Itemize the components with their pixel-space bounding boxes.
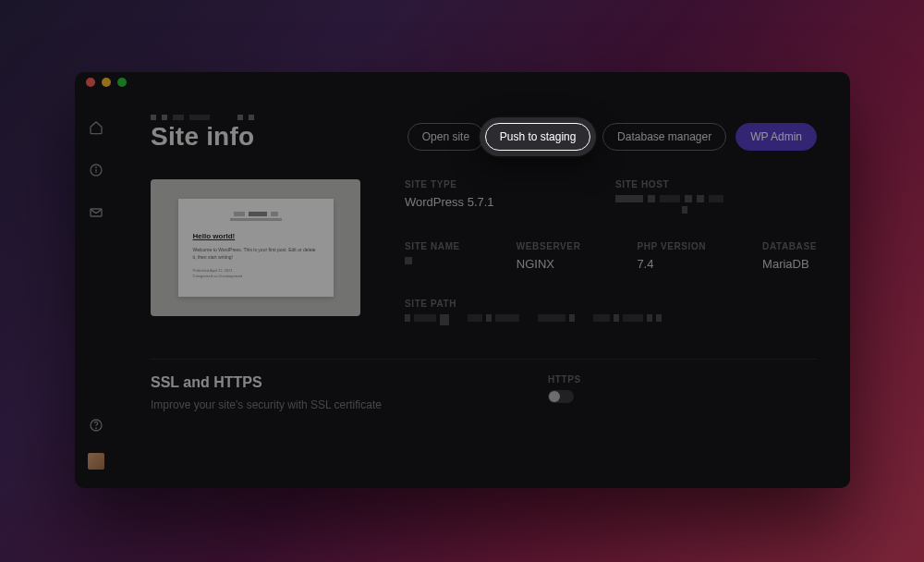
site-host-label: SITE HOST [615, 179, 817, 189]
sidebar-rail [75, 92, 117, 488]
database-manager-button[interactable]: Database manager [602, 123, 726, 151]
webserver-label: WEBSERVER [517, 241, 581, 251]
toggle-knob [549, 391, 560, 402]
php-label: PHP VERSION [637, 241, 706, 251]
php-value: 7.4 [637, 257, 706, 271]
webserver-value: NGINX [517, 257, 581, 271]
database-label: DATABASE [762, 241, 817, 251]
section-divider [151, 359, 817, 360]
breadcrumb [151, 115, 817, 120]
ssl-section-subtitle: Improve your site's security with SSL ce… [151, 398, 382, 411]
open-site-button[interactable]: Open site [407, 123, 484, 151]
site-name-label: SITE NAME [405, 241, 460, 251]
wp-admin-button[interactable]: WP Admin [736, 123, 817, 151]
site-path-value [405, 314, 817, 325]
avatar[interactable] [88, 453, 104, 470]
push-to-staging-button[interactable]: Push to staging [485, 123, 591, 151]
info-icon[interactable] [89, 163, 103, 177]
preview-heading: Hello world! [193, 232, 319, 240]
site-path-label: SITE PATH [405, 299, 817, 309]
site-type-value: WordPress 5.7.1 [405, 195, 590, 209]
ssl-section-title: SSL and HTTPS [151, 374, 382, 391]
window-close-button[interactable] [86, 78, 95, 87]
site-name-value [405, 257, 460, 264]
https-toggle-label: HTTPS [548, 374, 581, 385]
page-title: Site info [151, 122, 254, 152]
https-toggle[interactable] [548, 390, 574, 403]
site-host-value [615, 195, 817, 202]
preview-meta-2: Categorized as Uncategorized [193, 274, 319, 279]
window-maximize-button[interactable] [117, 78, 127, 87]
database-value: MariaDB [762, 257, 817, 271]
app-window: Site info Open site Database manager WP … [75, 72, 850, 488]
action-bar: Open site Database manager WP Admin Push… [407, 123, 817, 151]
svg-point-2 [96, 167, 97, 168]
preview-body: Welcome to WordPress. This is your first… [193, 246, 319, 261]
site-preview-thumbnail[interactable]: Hello world! Welcome to WordPress. This … [151, 179, 360, 316]
window-titlebar [75, 72, 850, 92]
mail-icon[interactable] [89, 205, 103, 220]
svg-point-5 [96, 428, 97, 429]
window-minimize-button[interactable] [102, 78, 111, 87]
home-icon[interactable] [89, 120, 103, 135]
help-icon[interactable] [89, 418, 103, 433]
site-type-label: SITE TYPE [405, 179, 590, 189]
